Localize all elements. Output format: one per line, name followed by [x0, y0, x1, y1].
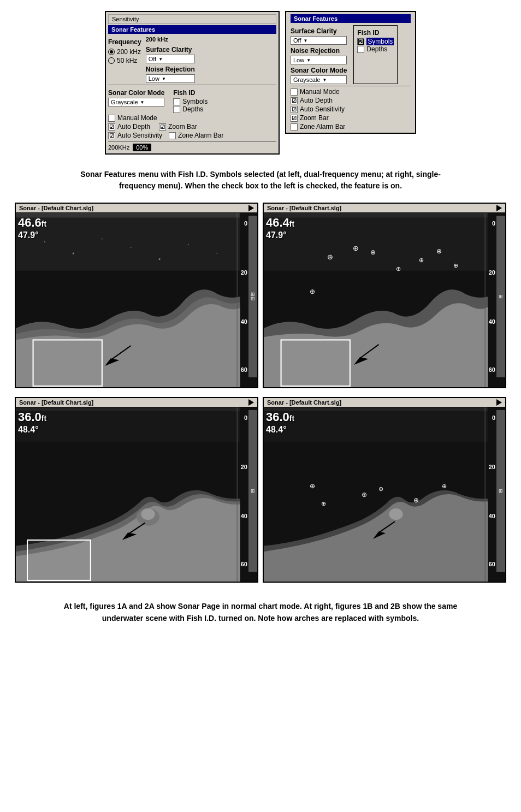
right-zone-alarm-option[interactable]: Zone Alarm Bar: [291, 123, 411, 131]
right-depths-checkbox[interactable]: [357, 46, 364, 53]
zoom-bar-1b: ⊞: [496, 216, 505, 377]
sonar-image-1b: ⊕ ⊕ ⊕ ⊕ ⊕ ⊕ ⊕ ⊕: [264, 213, 505, 388]
zone-alarm-checkbox[interactable]: [169, 132, 176, 139]
svg-rect-30: [16, 407, 240, 442]
right-noise-rejection-value: Low: [293, 57, 304, 63]
top-caption: Sonar Features menu with Fish I.D. Symbo…: [69, 169, 452, 192]
right-sonar-color-arrow: ▼: [323, 78, 327, 82]
divider-1: [108, 85, 276, 85]
right-zoom-bar-option[interactable]: ☑ Zoom Bar: [291, 114, 411, 122]
right-top-row: Surface Clarity Off ▼ Noise Rejection Lo…: [291, 25, 411, 84]
main-depth-1b: 46.4ft: [266, 216, 294, 230]
manual-mode-checkbox[interactable]: [108, 115, 115, 122]
freq-200-option[interactable]: 200 kHz: [108, 48, 141, 56]
symbols-option[interactable]: Symbols: [173, 98, 208, 105]
auto-sensitivity-checkbox[interactable]: ☑: [108, 132, 115, 139]
freq-200-radio[interactable]: [108, 49, 115, 55]
surface-clarity-arrow: ▼: [158, 57, 163, 62]
freq-200-label: 200 kHz: [117, 48, 141, 56]
scale-40-1b: 40: [489, 318, 495, 325]
right-depths-label: Depths: [366, 45, 387, 53]
right-noise-rejection-dropdown[interactable]: Low ▼: [291, 56, 347, 64]
svg-text:⊕: ⊕: [413, 497, 419, 503]
sonar-title-1a: Sonar - [Default Chart.slg]: [16, 204, 257, 213]
svg-text:⊕: ⊕: [436, 248, 442, 254]
right-zoom-bar-label: Zoom Bar: [300, 114, 329, 122]
manual-mode-option[interactable]: Manual Mode: [108, 114, 276, 122]
freq-value-display: 200 kHz: [146, 36, 195, 43]
sonar-play-2b[interactable]: [496, 399, 502, 406]
frequency-radio-group: 200 kHz 50 kHz: [108, 48, 141, 64]
right-noise-rejection-label: Noise Rejection: [291, 47, 347, 55]
svg-rect-39: [264, 407, 488, 442]
secondary-depth-1a: 47.9°: [18, 230, 46, 240]
svg-rect-31: [16, 407, 240, 411]
symbols-checkbox[interactable]: [173, 98, 180, 105]
main-depth-2b: 36.0ft: [266, 410, 294, 424]
zone-alarm-option[interactable]: Zone Alarm Bar: [169, 132, 223, 139]
surface-clarity-dropdown[interactable]: Off ▼: [146, 55, 195, 63]
right-surface-clarity-arrow: ▼: [303, 38, 307, 43]
svg-text:⊕: ⊕: [353, 245, 359, 252]
auto-depth-option[interactable]: ☑ Auto Depth: [108, 123, 150, 131]
zoom-bar-2a: ⊞: [248, 410, 257, 572]
svg-point-8: [188, 244, 189, 245]
right-surface-clarity-value: Off: [293, 37, 301, 44]
right-surface-clarity-dropdown[interactable]: Off ▼: [291, 36, 347, 45]
depth-display-1b: 46.4ft 47.9°: [266, 216, 294, 241]
right-manual-mode-checkbox[interactable]: [291, 88, 298, 96]
scale-0-1a: 0: [244, 220, 247, 227]
right-auto-depth-label: Auto Depth: [300, 97, 333, 104]
zoom-bar-checkbox[interactable]: ☑: [159, 123, 166, 131]
right-symbols-option[interactable]: ☑ Symbols: [357, 38, 394, 45]
svg-text:⊕: ⊕: [310, 288, 315, 295]
right-auto-sensitivity-option[interactable]: ☑ Auto Sensitivity: [291, 105, 411, 113]
svg-text:⊕: ⊕: [327, 253, 333, 261]
depths-checkbox[interactable]: [173, 106, 180, 113]
frequency-col: Frequency 200 kHz 50 kHz: [108, 36, 141, 66]
svg-rect-16: [264, 213, 488, 217]
right-sonar-color-dropdown[interactable]: Grayscale ▼: [291, 75, 347, 84]
scale-60-1b: 60: [489, 366, 495, 373]
auto-depth-checkbox[interactable]: ☑: [108, 123, 115, 131]
depths-label: Depths: [182, 105, 203, 113]
right-auto-depth-checkbox[interactable]: ☑: [291, 97, 298, 104]
sensitivity-bar: Sensitivity: [108, 14, 276, 24]
sonar-play-1a[interactable]: [248, 205, 254, 211]
svg-rect-2: [16, 213, 240, 217]
depth-display-2b: 36.0ft 48.4°: [266, 410, 294, 435]
right-auto-depth-option[interactable]: ☑ Auto Depth: [291, 97, 411, 104]
fish-id-col: Fish ID Symbols Depths: [173, 87, 208, 113]
depth-display-1a: 46.6ft 47.9°: [18, 216, 46, 241]
freq-50-option[interactable]: 50 kHz: [108, 57, 141, 64]
scale-0-1b: 0: [492, 220, 495, 227]
auto-sensitivity-option[interactable]: ☑ Auto Sensitivity: [108, 132, 162, 139]
sonar-play-1b[interactable]: [496, 205, 502, 211]
zoom-bar-1a: ⊞⊟: [248, 216, 257, 377]
scale-20-1b: 20: [489, 269, 495, 276]
right-zone-alarm-label: Zone Alarm Bar: [300, 123, 345, 131]
sonar-color-arrow: ▼: [140, 100, 145, 105]
right-auto-sensitivity-checkbox[interactable]: ☑: [291, 106, 298, 113]
right-manual-mode-option[interactable]: Manual Mode: [291, 88, 411, 96]
svg-point-3: [44, 241, 45, 242]
freq-50-radio[interactable]: [108, 57, 115, 64]
right-manual-mode-label: Manual Mode: [300, 88, 340, 96]
right-depths-option[interactable]: Depths: [357, 45, 394, 53]
sonar-play-2a[interactable]: [248, 399, 254, 406]
right-zone-alarm-checkbox[interactable]: [291, 123, 298, 131]
zoom-bar-option[interactable]: ☑ Zoom Bar: [159, 123, 197, 131]
sonar-title-label-2b: Sonar - [Default Chart.slg]: [267, 399, 341, 406]
noise-rejection-dropdown[interactable]: Low ▼: [146, 74, 195, 83]
depths-option[interactable]: Depths: [173, 105, 208, 113]
svg-point-33: [141, 508, 155, 520]
sonar-image-2a: [16, 407, 257, 583]
secondary-depth-2b: 48.4°: [266, 424, 294, 435]
sonar-color-dropdown[interactable]: Grayscale ▼: [108, 98, 164, 106]
zoom-bottom-bar: 200KHz 00%: [108, 141, 276, 151]
svg-point-4: [73, 252, 74, 254]
svg-point-5: [102, 238, 103, 239]
right-symbols-checkbox[interactable]: ☑: [357, 38, 364, 45]
right-zoom-bar-checkbox[interactable]: ☑: [291, 115, 298, 122]
svg-text:⊕: ⊕: [453, 262, 458, 269]
